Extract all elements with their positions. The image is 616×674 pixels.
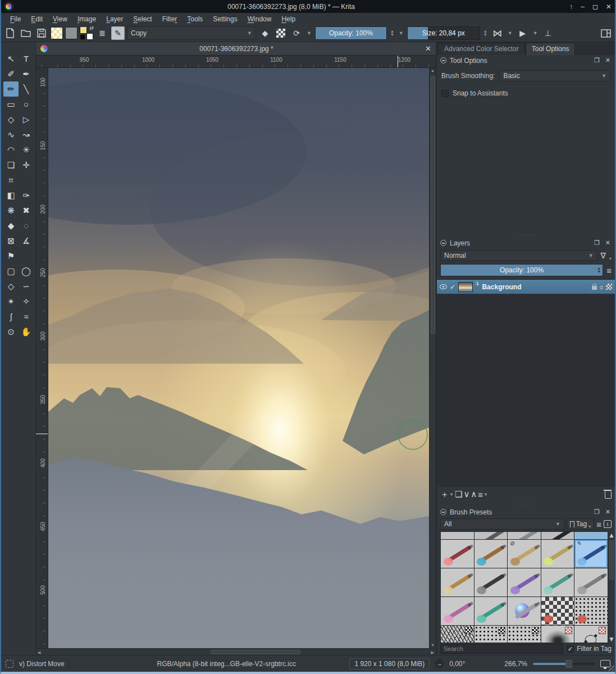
edit-brush-settings-button[interactable]: ✎ bbox=[111, 26, 125, 40]
zoom-slider-handle[interactable] bbox=[565, 660, 572, 668]
chevron-down-icon[interactable]: ▼ bbox=[305, 30, 313, 36]
reference-images-tool[interactable]: ⚑ bbox=[3, 248, 19, 263]
layer-opacity-slider[interactable]: Opacity: 100% ▲▼ bbox=[440, 264, 603, 276]
edit-shapes-tool[interactable]: ✐ bbox=[3, 66, 19, 81]
close-docker-icon[interactable]: ✕ bbox=[604, 57, 612, 64]
mirror-horizontal-icon[interactable]: ⋈ bbox=[491, 26, 504, 40]
preset-stamp-red[interactable] bbox=[441, 540, 474, 568]
move-layer-up-button[interactable]: ∧ bbox=[471, 489, 477, 499]
ellipse-tool[interactable]: ○ bbox=[19, 97, 34, 112]
preset-airbrush-sphere[interactable] bbox=[508, 597, 541, 625]
preset-partial-4[interactable] bbox=[541, 532, 574, 539]
move-tool[interactable]: ✛ bbox=[19, 157, 34, 172]
smart-patch-tool[interactable]: ✖ bbox=[19, 203, 34, 218]
menu-select[interactable]: Select bbox=[129, 14, 156, 24]
choose-workspace-button[interactable] bbox=[599, 26, 613, 40]
mirror-vertical-icon[interactable]: ▶ bbox=[516, 26, 530, 40]
close-button[interactable]: ✕ bbox=[606, 3, 612, 11]
docker-resize-handle[interactable]: ······· bbox=[437, 233, 615, 238]
horizontal-scroll-thumb[interactable] bbox=[211, 650, 300, 654]
gradient-chooser-chip[interactable] bbox=[51, 27, 63, 39]
filter-in-tag-checkbox[interactable]: ✓ bbox=[567, 645, 574, 653]
select-by-color-tool[interactable]: ✧ bbox=[19, 294, 34, 309]
pattern-edit-tool[interactable]: ❋ bbox=[3, 203, 19, 218]
preset-scrollbar[interactable]: ▲ ▼ bbox=[608, 531, 615, 643]
chevron-down-icon[interactable]: ▼ bbox=[507, 30, 514, 36]
move-layer-down-button[interactable]: ∨ bbox=[463, 489, 469, 499]
magnetic-selection-tool[interactable]: ≈ bbox=[19, 309, 34, 324]
brush-smoothing-dropdown[interactable]: Basic ▼ bbox=[499, 70, 610, 81]
preset-partial-3[interactable] bbox=[508, 532, 541, 539]
freehand-path-tool[interactable]: ↝ bbox=[19, 127, 34, 142]
opacity-slider[interactable]: Opacity: 100% bbox=[315, 26, 387, 40]
preset-hatch-texture[interactable] bbox=[441, 626, 474, 643]
scroll-left-icon[interactable]: ◀ bbox=[36, 649, 42, 655]
chevron-down-icon[interactable]: ▼ bbox=[398, 30, 405, 36]
layer-opacity-spinner[interactable]: ▲▼ bbox=[596, 265, 602, 275]
tab-tool-options[interactable]: Tool Options bbox=[526, 43, 576, 55]
foreground-background-colors[interactable]: ⇄ bbox=[80, 26, 93, 40]
layer-filter-icon[interactable]: ∇ bbox=[601, 251, 606, 260]
preserve-alpha-button[interactable] bbox=[274, 26, 288, 40]
select-shapes-tool[interactable]: ↖ bbox=[3, 51, 19, 66]
colorize-mask-tool[interactable]: ⊠ bbox=[3, 233, 19, 248]
enclose-fill-tool[interactable]: ◌ bbox=[19, 218, 34, 233]
brush-size-slider[interactable]: Size: 20,84 px bbox=[407, 26, 480, 40]
preset-pencil-sketch[interactable] bbox=[574, 568, 608, 596]
zoom-tool[interactable]: ⊙ bbox=[3, 324, 19, 339]
close-docker-icon[interactable]: ✕ bbox=[604, 508, 612, 516]
keep-above-button[interactable]: ↑ bbox=[569, 3, 573, 11]
menu-window[interactable]: Window bbox=[243, 14, 276, 24]
scroll-up-icon[interactable]: ▲ bbox=[431, 68, 435, 74]
preset-stamp-ring[interactable] bbox=[541, 540, 574, 568]
maximize-button[interactable]: ◻ bbox=[592, 3, 598, 11]
polyline-tool[interactable]: ▷ bbox=[19, 112, 34, 127]
tab-advanced-color-selector[interactable]: Advanced Color Selector bbox=[438, 43, 525, 55]
preset-ink-splatter[interactable] bbox=[574, 626, 608, 643]
open-document-button[interactable] bbox=[19, 26, 33, 40]
preset-selected-blue[interactable]: ✎ bbox=[574, 540, 608, 568]
tag-filter-dropdown[interactable]: All ▼ bbox=[440, 518, 564, 530]
canvas-vertical-scrollbar[interactable]: ▲ ▼ bbox=[429, 68, 436, 648]
preset-scroll-thumb[interactable] bbox=[609, 540, 614, 580]
canvas-rotation-icon[interactable]: ↔ bbox=[435, 659, 444, 668]
layer-blend-mode-dropdown[interactable]: Normal ▼ bbox=[440, 250, 597, 261]
zoom-slider[interactable] bbox=[533, 663, 595, 665]
preset-halftone-gradient[interactable] bbox=[474, 626, 508, 643]
eraser-mode-button[interactable]: ◆ bbox=[258, 26, 272, 40]
fill-tool[interactable]: ◆ bbox=[3, 218, 19, 233]
snap-to-assistants-checkbox[interactable] bbox=[441, 90, 449, 97]
size-spinner[interactable]: ▲▼ bbox=[482, 30, 489, 37]
opacity-spinner[interactable]: ▲▼ bbox=[389, 30, 395, 37]
chevron-down-icon[interactable]: ▼ bbox=[532, 30, 539, 36]
preset-marker-teal[interactable] bbox=[541, 568, 574, 596]
document-size-button[interactable]: 1 920 x 1 080 (8,0 MiB) bbox=[349, 658, 430, 670]
bezier-curve-tool[interactable]: ∿ bbox=[3, 127, 19, 142]
docker-lock-icon[interactable] bbox=[440, 509, 446, 515]
layer-visibility-icon[interactable] bbox=[440, 284, 447, 289]
menu-tools[interactable]: Tools bbox=[182, 14, 207, 24]
layer-options-icon[interactable]: ≡ bbox=[606, 266, 612, 275]
docker-lock-icon[interactable] bbox=[440, 240, 446, 246]
pan-tool[interactable]: ✋ bbox=[19, 324, 34, 339]
display-mode-icon[interactable]: ≡ bbox=[596, 520, 601, 529]
preset-transparency-checker[interactable] bbox=[541, 597, 574, 625]
duplicate-layer-button[interactable]: ❏ bbox=[455, 489, 462, 499]
preset-partial-1[interactable] bbox=[441, 532, 474, 539]
preset-pencils-pink[interactable] bbox=[441, 597, 474, 625]
preset-charcoal-smudge[interactable] bbox=[541, 626, 574, 643]
preset-brush-teal-flowers[interactable] bbox=[474, 597, 508, 625]
freehand-brush-tool[interactable]: ✏ bbox=[3, 81, 19, 97]
multibrush-tool[interactable]: ✳ bbox=[19, 142, 34, 157]
elliptical-selection-tool[interactable]: ◯ bbox=[19, 263, 34, 279]
float-docker-icon[interactable]: ❐ bbox=[593, 508, 601, 516]
new-document-button[interactable] bbox=[3, 26, 17, 40]
vertical-scroll-thumb[interactable] bbox=[431, 76, 435, 334]
docker-lock-icon[interactable] bbox=[440, 57, 446, 63]
layer-name[interactable]: Background bbox=[482, 283, 588, 291]
blending-mode-dropdown[interactable]: Copy ▼ bbox=[127, 26, 256, 40]
dynamic-brush-tool[interactable]: ◠ bbox=[3, 142, 19, 157]
menu-file[interactable]: File bbox=[6, 14, 25, 24]
text-tool[interactable]: T bbox=[19, 51, 34, 66]
scroll-right-icon[interactable]: ▶ bbox=[430, 649, 436, 655]
